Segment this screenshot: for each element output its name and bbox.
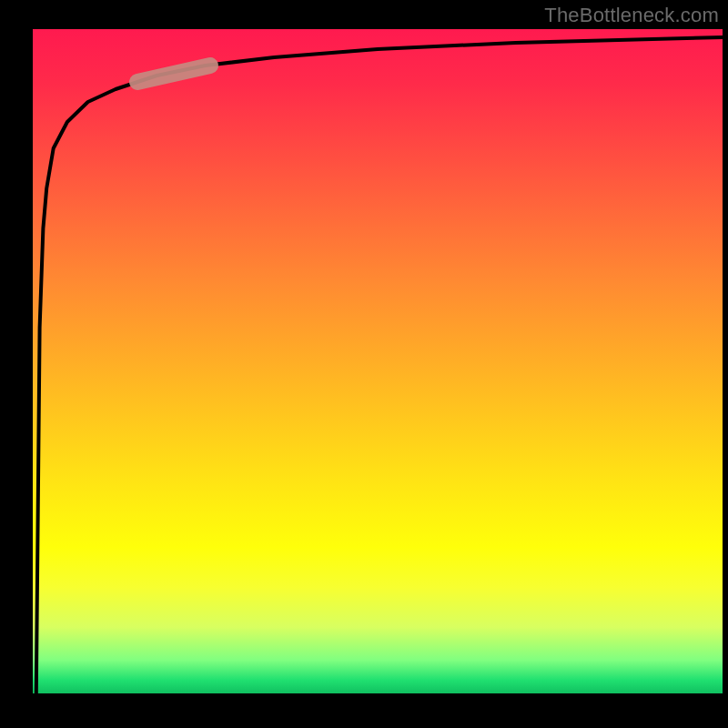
plot-area	[33, 29, 723, 693]
bottleneck-curve	[36, 37, 723, 693]
chart-svg	[33, 29, 723, 693]
curve-marker	[137, 66, 210, 82]
attribution-text: TheBottleneck.com	[544, 4, 719, 27]
